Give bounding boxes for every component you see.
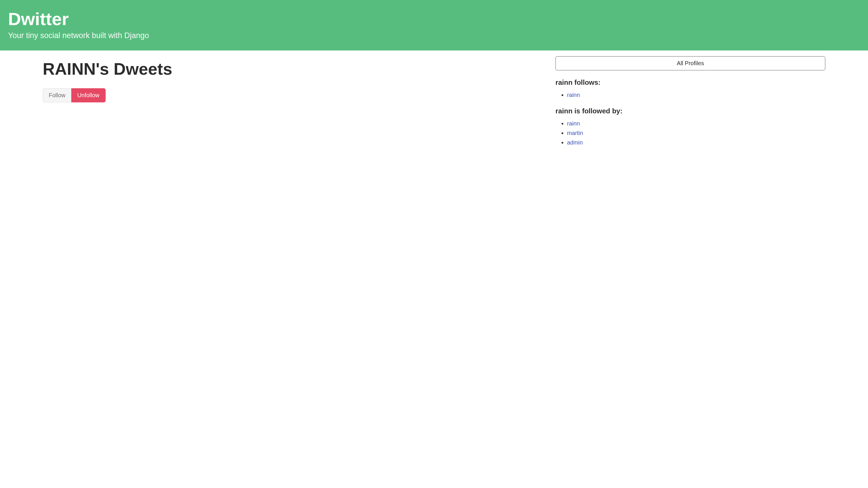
followed-by-list: rainn martin admin bbox=[556, 120, 825, 146]
site-header: Dwitter Your tiny social network built w… bbox=[0, 0, 868, 51]
list-item: rainn bbox=[567, 92, 825, 98]
follows-heading: rainn follows: bbox=[556, 78, 825, 87]
all-profiles-button[interactable]: All Profiles bbox=[556, 56, 825, 70]
unfollow-button[interactable]: Unfollow bbox=[71, 88, 105, 102]
site-subtitle: Your tiny social network built with Djan… bbox=[8, 31, 860, 40]
main-column: RAINN's Dweets Follow Unfollow bbox=[0, 56, 556, 155]
follow-button-group: Follow Unfollow bbox=[43, 88, 105, 102]
follows-list: rainn bbox=[556, 92, 825, 98]
followed-by-heading: rainn is followed by: bbox=[556, 107, 825, 115]
page-layout: RAINN's Dweets Follow Unfollow All Profi… bbox=[0, 51, 868, 155]
follow-button[interactable]: Follow bbox=[43, 88, 71, 102]
sidebar-column: All Profiles rainn follows: rainn rainn … bbox=[556, 56, 868, 155]
list-item: martin bbox=[567, 130, 825, 136]
profile-link[interactable]: rainn bbox=[567, 120, 580, 127]
list-item: rainn bbox=[567, 120, 825, 127]
profile-link[interactable]: martin bbox=[567, 130, 583, 136]
list-item: admin bbox=[567, 139, 825, 146]
site-title: Dwitter bbox=[8, 9, 860, 29]
page-title: RAINN's Dweets bbox=[43, 59, 556, 78]
profile-link[interactable]: admin bbox=[567, 139, 583, 145]
profile-link[interactable]: rainn bbox=[567, 92, 580, 98]
